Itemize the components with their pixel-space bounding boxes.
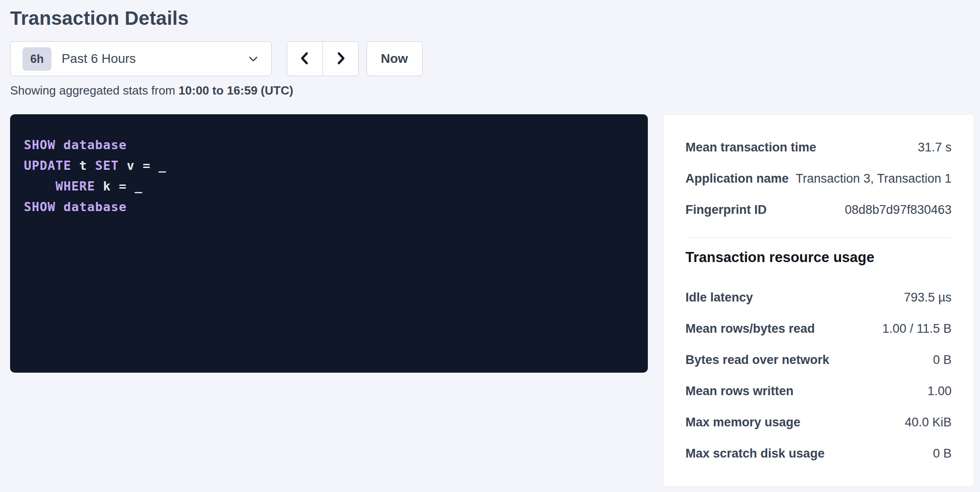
sql-keyword: UPDATE: [24, 158, 72, 173]
stat-value: 31.7 s: [918, 140, 952, 155]
subtitle-time-range: 10:00 to 16:59 (UTC): [178, 84, 293, 97]
next-range-button[interactable]: [323, 41, 359, 76]
sql-line: SHOW database: [24, 196, 634, 217]
stat-label: Idle latency: [685, 291, 753, 305]
sql-line: WHERE k = _: [24, 176, 634, 196]
sql-text: k = _: [95, 179, 143, 193]
chevron-right-icon: [333, 50, 348, 67]
resource-usage-heading: Transaction resource usage: [685, 246, 952, 269]
stat-row-mean-rows-bytes-read: Mean rows/bytes read 1.00 / 11.5 B: [685, 313, 952, 344]
sql-text: [56, 200, 63, 214]
sql-keyword: SHOW: [24, 200, 56, 214]
stat-value: 1.00: [927, 384, 952, 398]
stat-label: Mean rows/bytes read: [685, 322, 815, 336]
panel-divider: [685, 237, 952, 238]
time-range-label: Past 6 Hours: [61, 51, 136, 66]
sql-keyword: SHOW: [24, 138, 56, 152]
stat-row-bytes-read-over-network: Bytes read over network 0 B: [685, 344, 952, 375]
stat-value: 40.0 KiB: [905, 415, 952, 430]
stat-label: Mean transaction time: [685, 140, 816, 155]
sql-keyword: SET: [95, 158, 119, 173]
sql-text: t: [72, 158, 95, 173]
stat-label: Max scratch disk usage: [685, 447, 824, 461]
stat-value: Transaction 3, Transaction 1: [796, 172, 952, 186]
stat-label: Fingerprint ID: [685, 203, 767, 217]
sql-keyword: WHERE: [56, 179, 95, 193]
time-range-badge: 6h: [22, 47, 51, 71]
stat-value: 08d8b7d97f830463: [845, 203, 952, 217]
stat-label: Mean rows written: [685, 384, 794, 398]
sql-keyword: database: [63, 200, 127, 214]
time-range-dropdown[interactable]: 6h Past 6 Hours: [10, 41, 272, 76]
stat-row-max-scratch-disk-usage: Max scratch disk usage 0 B: [685, 438, 952, 469]
stat-label: Application name: [685, 172, 789, 186]
stat-value: 0 B: [933, 353, 952, 367]
sql-keyword: database: [63, 138, 127, 152]
stat-row-idle-latency: Idle latency 793.5 µs: [685, 282, 952, 313]
sql-line: SHOW database: [24, 134, 634, 155]
sql-text: v = _: [119, 158, 167, 173]
time-range-nav: [287, 41, 359, 76]
chevron-down-icon: [246, 52, 260, 66]
stat-value: 793.5 µs: [904, 291, 952, 305]
stat-value: 0 B: [933, 447, 952, 461]
subtitle-prefix: Showing aggregated stats from: [10, 84, 178, 97]
sql-text: [24, 179, 56, 193]
sql-line: UPDATE t SET v = _: [24, 155, 634, 176]
aggregation-subtitle: Showing aggregated stats from 10:00 to 1…: [10, 84, 974, 98]
stat-value: 1.00 / 11.5 B: [882, 322, 952, 336]
stat-row-application-name: Application name Transaction 3, Transact…: [685, 163, 952, 194]
main-content: SHOW database UPDATE t SET v = _ WHERE k…: [10, 114, 974, 486]
stat-label: Bytes read over network: [685, 353, 830, 367]
stat-row-fingerprint-id: Fingerprint ID 08d8b7d97f830463: [685, 194, 952, 225]
transaction-details-page: Transaction Details 6h Past 6 Hours Now …: [0, 0, 980, 486]
sql-statement-box: SHOW database UPDATE t SET v = _ WHERE k…: [10, 114, 648, 373]
previous-range-button[interactable]: [287, 41, 323, 76]
stat-row-max-memory-usage: Max memory usage 40.0 KiB: [685, 407, 952, 438]
time-controls: 6h Past 6 Hours Now: [10, 41, 974, 76]
now-button[interactable]: Now: [367, 41, 423, 76]
transaction-stats-panel: Mean transaction time 31.7 s Application…: [663, 114, 974, 486]
page-title: Transaction Details: [10, 7, 974, 29]
stat-row-mean-transaction-time: Mean transaction time 31.7 s: [685, 132, 952, 163]
stat-row-mean-rows-written: Mean rows written 1.00: [685, 375, 952, 407]
stat-label: Max memory usage: [685, 415, 801, 430]
chevron-left-icon: [297, 50, 313, 67]
sql-text: [56, 138, 63, 152]
